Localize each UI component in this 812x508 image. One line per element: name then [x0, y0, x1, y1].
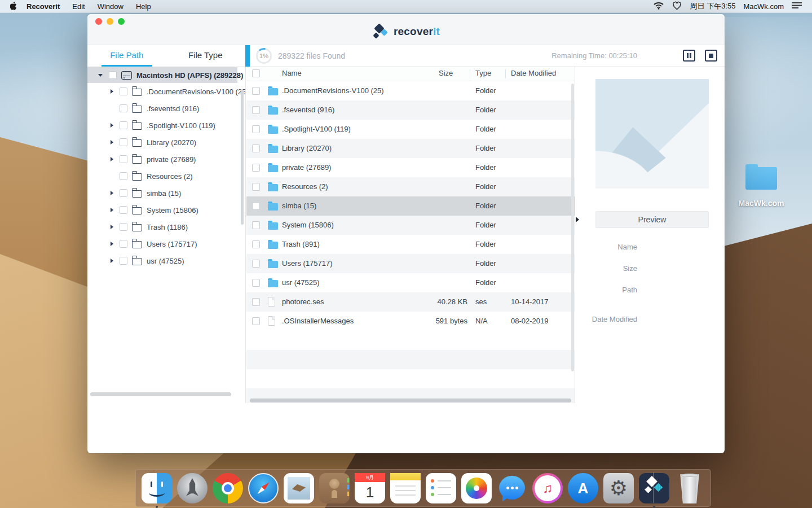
expand-caret-icon[interactable]	[111, 208, 113, 212]
dock-item[interactable]	[461, 473, 492, 503]
table-vertical-scrollbar[interactable]	[571, 84, 574, 371]
table-row[interactable]: Trash (891) Folder	[246, 235, 575, 254]
close-button[interactable]	[95, 18, 102, 25]
tree-item[interactable]: Users (175717)	[87, 235, 246, 252]
row-checkbox[interactable]	[252, 260, 260, 268]
table-row[interactable]: photorec.ses 40.28 KB ses 10-14-2017	[246, 292, 575, 312]
preview-button[interactable]: Preview	[595, 211, 709, 228]
dock-item[interactable]	[639, 473, 669, 503]
tree-item-checkbox[interactable]	[120, 223, 127, 231]
row-checkbox[interactable]	[252, 279, 260, 287]
menu-item[interactable]: Recoverit	[19, 2, 66, 11]
tree-item-checkbox[interactable]	[120, 155, 127, 163]
row-checkbox[interactable]	[252, 125, 260, 133]
table-row[interactable]: Users (175717) Folder	[246, 254, 575, 273]
row-checkbox[interactable]	[252, 164, 260, 172]
table-row[interactable]: .fseventsd (916) Folder	[246, 100, 575, 120]
table-row[interactable]: .DocumentRevisions-V100 (25) Folder	[246, 81, 575, 100]
tree-item[interactable]: .Spotlight-V100 (119)	[87, 117, 246, 134]
dock-item[interactable]	[426, 473, 456, 503]
tree-item[interactable]: Trash (1186)	[87, 218, 246, 235]
tree-item-checkbox[interactable]	[120, 87, 127, 95]
apple-icon[interactable]	[10, 2, 19, 11]
row-checkbox[interactable]	[252, 144, 260, 152]
tree-item-checkbox[interactable]	[120, 172, 127, 180]
expand-caret-icon[interactable]	[111, 157, 113, 161]
column-header-date-modified[interactable]: Date Modified	[511, 69, 556, 77]
sidebar-vertical-scrollbar[interactable]	[241, 89, 244, 225]
tree-item[interactable]: usr (47525)	[87, 252, 246, 269]
stop-button[interactable]	[705, 50, 717, 62]
row-checkbox[interactable]	[252, 240, 260, 248]
desktop-folder-icon[interactable]	[745, 167, 777, 190]
expand-caret-icon[interactable]	[111, 191, 113, 195]
table-row[interactable]: .OSInstallerMessages 591 bytes N/A 08-02…	[246, 312, 575, 331]
tree-item-checkbox[interactable]	[120, 189, 127, 197]
table-row[interactable]: simba (15) Folder	[246, 196, 575, 216]
row-checkbox[interactable]	[252, 202, 260, 210]
dock-item[interactable]	[390, 473, 421, 503]
tree-item[interactable]: simba (15)	[87, 185, 246, 202]
expand-caret-icon[interactable]	[111, 140, 113, 144]
row-checkbox[interactable]	[252, 298, 260, 306]
dock-item[interactable]	[213, 473, 243, 503]
row-checkbox[interactable]	[252, 87, 260, 95]
row-checkbox[interactable]	[252, 183, 260, 191]
pause-button[interactable]	[683, 50, 695, 62]
tree-item[interactable]: Library (20270)	[87, 134, 246, 151]
menu-clock[interactable]: 周日 下午3:55	[690, 1, 736, 11]
tab-file-type[interactable]: File Type	[166, 45, 245, 67]
tree-item[interactable]: System (15806)	[87, 202, 246, 218]
list-icon[interactable]	[792, 2, 802, 11]
window-titlebar[interactable]: recoverit	[87, 14, 725, 45]
dock-item[interactable]: 9月 1	[355, 473, 385, 503]
tree-item-checkbox[interactable]	[120, 240, 127, 248]
fox-icon[interactable]	[672, 1, 682, 12]
dock-item[interactable]	[532, 473, 563, 503]
dock-item[interactable]	[284, 473, 314, 503]
table-horizontal-scrollbar[interactable]	[250, 398, 571, 402]
dock-item[interactable]	[319, 473, 350, 503]
table-row[interactable]: Library (20270) Folder	[246, 139, 575, 158]
tree-item-checkbox[interactable]	[120, 138, 127, 146]
table-row[interactable]: Resources (2) Folder	[246, 177, 575, 196]
dock-item[interactable]	[497, 473, 527, 503]
collapse-caret-icon[interactable]	[98, 74, 103, 77]
tree-item-checkbox[interactable]	[120, 206, 127, 214]
expand-caret-icon[interactable]	[111, 242, 113, 246]
tree-item[interactable]: .fseventsd (916)	[87, 100, 246, 117]
root-checkbox[interactable]	[109, 71, 117, 79]
dock-item[interactable]	[568, 473, 598, 503]
dock-item[interactable]	[248, 473, 279, 503]
menu-item[interactable]: Edit	[66, 2, 91, 11]
table-row[interactable]: private (27689) Folder	[246, 158, 575, 177]
table-row[interactable]: .Spotlight-V100 (119) Folder	[246, 120, 575, 139]
tree-item[interactable]: .DocumentRevisions-V100 (25)	[87, 83, 246, 100]
expand-caret-icon[interactable]	[111, 89, 113, 94]
zoom-button[interactable]	[118, 18, 125, 25]
expand-caret-icon[interactable]	[111, 123, 113, 128]
dock-item[interactable]	[142, 473, 172, 503]
column-header-size[interactable]: Size	[439, 69, 453, 77]
column-header-type[interactable]: Type	[475, 69, 491, 77]
sidebar-horizontal-scrollbar[interactable]	[90, 392, 231, 396]
tree-root-item[interactable]: Macintosh HD (APFS) (289228)	[87, 67, 237, 83]
column-header-name[interactable]: Name	[282, 69, 302, 77]
menu-item[interactable]: Window	[91, 2, 130, 11]
dock-item[interactable]	[177, 473, 208, 503]
expand-caret-icon[interactable]	[111, 225, 113, 229]
expand-caret-icon[interactable]	[111, 259, 113, 263]
table-row[interactable]: System (15806) Folder	[246, 216, 575, 235]
tab-file-path[interactable]: File Path	[87, 45, 166, 67]
menu-item[interactable]: Help	[130, 2, 157, 11]
tree-item-checkbox[interactable]	[120, 257, 127, 265]
desktop-folder-label[interactable]: MacWk.com	[726, 199, 796, 208]
select-all-checkbox[interactable]	[252, 69, 260, 77]
tree-item[interactable]: private (27689)	[87, 151, 246, 168]
tree-item[interactable]: Resources (2)	[87, 168, 246, 185]
tree-item-checkbox[interactable]	[120, 121, 127, 129]
wifi-icon[interactable]	[654, 2, 664, 11]
dock-item[interactable]	[674, 473, 705, 503]
table-row[interactable]: usr (47525) Folder	[246, 273, 575, 292]
row-checkbox[interactable]	[252, 317, 260, 325]
